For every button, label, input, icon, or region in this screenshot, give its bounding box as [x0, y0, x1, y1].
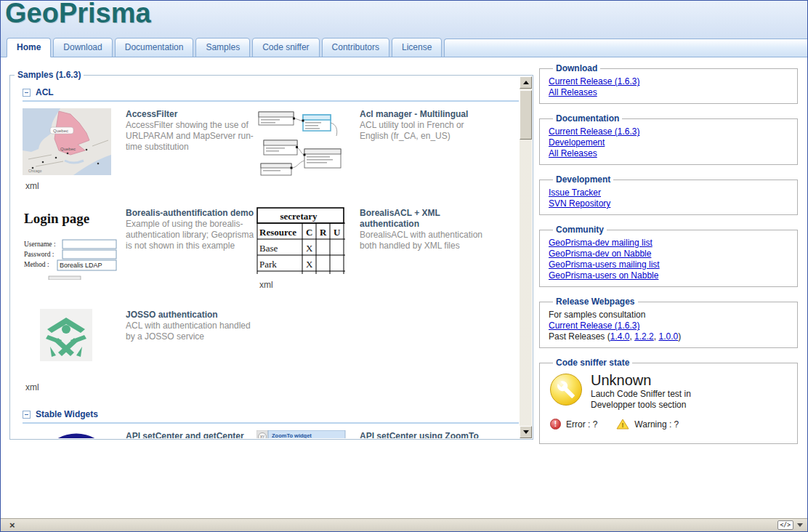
scrollbar-thumb[interactable]: [520, 90, 532, 140]
sniffer-counts-row: ! Error : ? ! Warning : ?: [549, 419, 788, 430]
link-users-nabble[interactable]: GeoPrisma-users on Nabble: [549, 270, 658, 281]
close-paren: ): [678, 331, 681, 342]
error-label: Error : ?: [566, 419, 597, 430]
link-dev-mailing-list[interactable]: GeoPrisma-dev mailing list: [549, 238, 653, 248]
bullseye-image: [33, 430, 121, 438]
sample-borealisacl-xml: secretary Resource: [256, 207, 490, 302]
map-thumbnail[interactable]: Quebec Quebec Chicago: [23, 108, 118, 177]
sample-description: ACL with authentication handled by a JOS…: [126, 321, 256, 342]
link-release-1-4-0[interactable]: 1.4.0: [610, 331, 630, 342]
tab-license[interactable]: License: [392, 38, 442, 57]
collapse-icon[interactable]: [23, 89, 31, 97]
sidebar: Download Current Release (1.6.3) All Rel…: [539, 63, 798, 454]
josso-logo-thumbnail[interactable]: [40, 309, 118, 363]
link-release-current[interactable]: Current Release (1.6.3): [549, 321, 639, 331]
download-box: Download Current Release (1.6.3) All Rel…: [539, 63, 798, 104]
arrow-down-icon: [523, 430, 529, 434]
download-legend: Download: [553, 63, 600, 73]
tab-code-sniffer[interactable]: Code sniffer: [252, 38, 319, 57]
sample-row: API setCenter and getCenter Shows the us…: [11, 430, 519, 438]
status-bar: × </>: [1, 518, 807, 531]
login-page-image: Login page Username : Password : Method …: [23, 207, 117, 280]
sample-josso: xml JOSSO authentication ACL with authen…: [23, 309, 256, 399]
svg-text:Login page: Login page: [24, 211, 89, 226]
arrow-up-icon: [523, 81, 529, 84]
tab-home[interactable]: Home: [7, 38, 51, 57]
sample-title: BorealisACL + XML authentication: [360, 208, 490, 230]
code-inspector-button[interactable]: </>: [777, 520, 793, 530]
link-download-all-releases[interactable]: All Releases: [549, 87, 597, 97]
sample-row: Quebec Quebec Chicago xml AccessFilter A…: [11, 108, 519, 201]
xml-link[interactable]: xml: [259, 280, 273, 290]
sample-description: Example of using the borealis-authentica…: [126, 219, 256, 251]
wrench-glyph: [557, 380, 575, 399]
code-sniffer-legend: Code sniffer state: [553, 358, 632, 368]
statusbar-dropdown-arrow[interactable]: [797, 523, 803, 527]
svg-text:Park: Park: [259, 259, 277, 270]
sample-acl-manager: Acl manager - Multilingual ACL utility t…: [256, 108, 490, 201]
wrench-icon: [550, 374, 582, 406]
page-header: GeoPrisma Home Download Documentation Sa…: [1, 1, 807, 57]
josso-logo-image: [40, 309, 92, 361]
sample-description: BorealisACL with authentication both han…: [360, 230, 490, 251]
documentation-legend: Documentation: [553, 113, 622, 124]
link-doc-all-releases[interactable]: All Releases: [549, 148, 597, 158]
statusbar-close-button[interactable]: ×: [9, 520, 15, 531]
bullseye-thumbnail[interactable]: [33, 430, 118, 438]
scroll-up-button[interactable]: [520, 76, 532, 89]
section-divider: [23, 422, 519, 424]
warning-icon: !: [616, 419, 629, 430]
tab-samples[interactable]: Samples: [195, 38, 250, 57]
samples-panel: Samples (1.6.3) ACL: [9, 70, 533, 440]
documentation-box: Documentation Current Release (1.6.3) De…: [539, 113, 798, 165]
tab-bar: Home Download Documentation Samples Code…: [7, 38, 807, 57]
tab-contributors[interactable]: Contributors: [322, 38, 389, 57]
link-download-current-release[interactable]: Current Release (1.6.3): [549, 76, 639, 86]
svg-text:U: U: [334, 227, 341, 238]
past-releases-label: Past Releases (: [549, 331, 610, 342]
vertical-scrollbar[interactable]: [520, 76, 532, 438]
svg-text:!: !: [622, 422, 624, 429]
quebec-map-image: Quebec Quebec Chicago: [23, 108, 111, 175]
link-svn-repository[interactable]: SVN Repository: [549, 198, 610, 209]
release-webpages-legend: Release Webpages: [553, 297, 638, 307]
svg-text:Chicago: Chicago: [28, 169, 42, 173]
zoomto-widget-thumbnail[interactable]: XY ZoomTo widget X coordinate:: [256, 430, 352, 438]
community-legend: Community: [553, 225, 607, 235]
collapse-icon[interactable]: [23, 411, 31, 419]
section-title: ACL: [36, 87, 54, 97]
link-release-1-2-2[interactable]: 1.2.2: [634, 331, 654, 342]
sample-description: ACL utility tool in French or English (f…: [360, 120, 490, 142]
geoprisma-page: GeoPrisma Home Download Documentation Sa…: [0, 0, 808, 532]
acl-table-thumbnail[interactable]: secretary Resource: [256, 207, 352, 276]
acl-table-image: secretary Resource: [256, 207, 347, 274]
sample-title: Borealis-authentification demo: [126, 208, 256, 219]
sniffer-message: Lauch Code Sniffer test in Developper to…: [591, 389, 718, 411]
svg-text:Base: Base: [259, 243, 278, 254]
link-users-mailing-list[interactable]: GeoPrisma-users mailing list: [549, 259, 660, 270]
link-dev-nabble[interactable]: GeoPrisma-dev on Nabble: [549, 249, 651, 259]
xml-link[interactable]: xml: [25, 382, 118, 392]
zoomto-widget-image: XY ZoomTo widget X coordinate:: [256, 430, 347, 438]
svg-text:Quebec: Quebec: [60, 147, 76, 151]
link-issue-tracker[interactable]: Issue Tracker: [549, 188, 601, 198]
tab-download[interactable]: Download: [53, 38, 112, 57]
link-doc-developement[interactable]: Developement: [549, 137, 605, 148]
tab-documentation[interactable]: Documentation: [115, 38, 194, 57]
svg-text:Method :: Method :: [24, 261, 49, 268]
xml-link[interactable]: xml: [25, 181, 39, 191]
svg-text:X: X: [306, 243, 313, 254]
sample-api-setcenter: API setCenter and getCenter Shows the us…: [23, 430, 256, 438]
sample-title: API setCenter and getCenter: [126, 431, 256, 438]
svg-text:Username :: Username :: [24, 241, 56, 248]
warning-label: Warning : ?: [634, 419, 679, 430]
samples-scroll-area: ACL: [11, 80, 519, 438]
login-page-thumbnail[interactable]: Login page Username : Password : Method …: [23, 207, 118, 282]
link-release-1-0-0[interactable]: 1.0.0: [658, 331, 678, 342]
svg-text:C: C: [306, 227, 312, 238]
scroll-down-button[interactable]: [520, 426, 532, 438]
er-diagram-thumbnail[interactable]: [256, 108, 352, 179]
section-header-stable-widgets: Stable Widgets: [23, 409, 519, 419]
svg-text:R: R: [320, 227, 327, 238]
link-doc-current-release[interactable]: Current Release (1.6.3): [549, 126, 639, 137]
